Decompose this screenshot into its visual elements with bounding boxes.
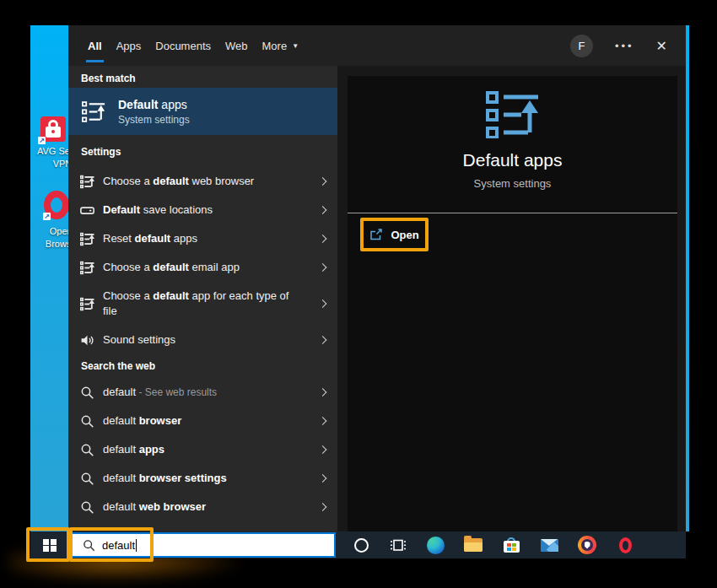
tab-apps[interactable]: Apps [116, 25, 142, 66]
tab-web[interactable]: Web [225, 25, 248, 66]
chevron-right-icon [319, 299, 327, 308]
best-match-title: Default apps [118, 98, 190, 111]
search-icon [80, 414, 94, 429]
open-button[interactable]: Open [364, 221, 425, 248]
default-apps-icon [82, 101, 105, 122]
opera-icon[interactable] [616, 536, 634, 554]
tab-documents[interactable]: Documents [155, 25, 211, 66]
user-avatar[interactable]: F [570, 35, 593, 57]
taskbar-icons [337, 531, 686, 558]
tab-all[interactable]: All [88, 25, 102, 66]
filter-tab-bar: All Apps Documents Web More▼ F ••• ✕ [68, 25, 686, 66]
open-window-icon [369, 228, 383, 241]
microsoft-store-icon[interactable] [502, 536, 520, 554]
section-header-best-match: Best match [68, 66, 337, 88]
desktop-icon-avg-secure-vpn[interactable]: ↗ [40, 116, 66, 142]
overflow-menu-icon[interactable]: ••• [615, 40, 634, 52]
chevron-right-icon [319, 503, 327, 511]
web-suggestion-default-browser[interactable]: default browser [68, 407, 337, 435]
best-match-subtitle: System settings [118, 114, 190, 126]
result-default-save-locations[interactable]: Default save locations [68, 196, 337, 224]
desktop-icon-label: AVG Secure VPN [37, 145, 68, 170]
search-icon [80, 443, 94, 457]
preview-pane: Default apps System settings [337, 66, 686, 531]
preview-title: Default apps [348, 150, 677, 170]
result-reset-default-apps[interactable]: Reset default apps [68, 224, 337, 253]
taskbar-search-input[interactable]: default [71, 532, 336, 558]
shortcut-arrow-icon: ↗ [38, 137, 46, 144]
default-apps-icon [80, 232, 94, 246]
section-header-settings: Settings [68, 135, 337, 167]
cortana-icon[interactable] [352, 536, 370, 554]
chevron-right-icon [319, 474, 327, 483]
chevron-right-icon [319, 388, 327, 396]
search-query-text: default [102, 539, 135, 552]
desktop-wallpaper-edge [686, 25, 689, 531]
desktop-icon-label: Opera Browser [37, 225, 68, 251]
task-view-icon[interactable] [390, 537, 407, 553]
preview-subtitle: System settings [348, 177, 677, 190]
close-icon[interactable]: ✕ [656, 38, 667, 54]
default-apps-icon [80, 261, 94, 275]
web-suggestion-default-apps[interactable]: default apps [68, 435, 337, 464]
default-apps-icon [80, 175, 94, 189]
windows-logo-icon [43, 539, 56, 552]
text-cursor [136, 539, 137, 552]
chevron-right-icon [319, 206, 327, 214]
search-icon [83, 539, 95, 552]
desktop-wallpaper: ↗ AVG Secure VPN ↗ Opera Browser [30, 25, 68, 558]
shortcut-arrow-icon: ↗ [43, 213, 51, 220]
file-explorer-icon[interactable] [464, 536, 482, 554]
open-annotation-box: Open [360, 218, 429, 251]
start-button[interactable] [30, 531, 68, 558]
results-list: Best match Default apps System settings … [68, 66, 337, 531]
avg-secure-browser-icon[interactable] [578, 536, 596, 554]
search-flyout: All Apps Documents Web More▼ F ••• ✕ Bes… [68, 25, 686, 531]
result-choose-default-app-each-file-type[interactable]: Choose a default app for each type of fi… [68, 282, 337, 326]
sound-icon [80, 333, 94, 348]
search-icon [80, 386, 94, 400]
chevron-right-icon [319, 417, 327, 425]
edge-icon[interactable] [426, 536, 445, 554]
chevron-right-icon [319, 177, 327, 186]
chevron-right-icon [319, 445, 327, 454]
web-suggestion-default-browser-settings[interactable]: default browser settings [68, 464, 337, 493]
default-apps-icon [80, 297, 94, 311]
tab-more[interactable]: More▼ [262, 25, 299, 66]
web-suggestion-default-web-browser[interactable]: default web browser [68, 493, 337, 521]
mail-icon[interactable] [540, 536, 558, 554]
search-icon [80, 472, 94, 486]
section-header-search-the-web: Search the web [68, 354, 337, 378]
result-sound-settings[interactable]: Sound settings [68, 326, 337, 354]
chevron-right-icon [319, 263, 327, 272]
preview-card: Default apps System settings [348, 76, 677, 531]
divider [348, 213, 677, 213]
save-locations-icon [80, 203, 94, 218]
result-choose-default-email-app[interactable]: Choose a default email app [68, 253, 337, 282]
web-suggestion-default-see-web-results[interactable]: default - See web results [68, 378, 337, 407]
chevron-right-icon [319, 235, 327, 243]
chevron-right-icon [319, 336, 327, 344]
search-icon [80, 500, 94, 515]
result-best-match-default-apps[interactable]: Default apps System settings [68, 88, 337, 135]
result-choose-default-web-browser[interactable]: Choose a default web browser [68, 167, 337, 196]
chevron-down-icon: ▼ [292, 42, 299, 50]
default-apps-icon [486, 91, 540, 138]
screenshot-frame: ↗ AVG Secure VPN ↗ Opera Browser All App… [0, 0, 717, 588]
desktop-icon-opera-browser[interactable]: ↗ [44, 191, 68, 219]
